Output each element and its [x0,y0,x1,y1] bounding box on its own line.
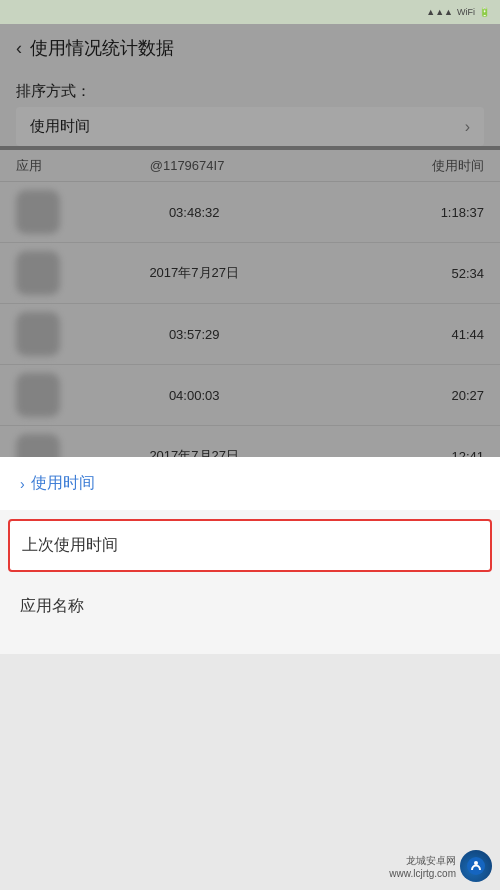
status-bar: ▲▲▲ WiFi 🔋 [0,0,500,24]
dropdown-divider-2 [0,572,500,580]
watermark-logo-icon [460,850,492,882]
dropdown-item-usage-time[interactable]: › 使用时间 [0,457,500,510]
dropdown-item-label-0: 使用时间 [31,473,95,494]
dropdown-item-app-name[interactable]: 应用名称 [0,580,500,633]
active-indicator-icon: › [20,476,25,492]
main-content-area: ‹ 使用情况统计数据 排序方式： 使用时间 › 应用 @1179674I7 使用… [0,24,500,654]
watermark-site: www.lcjrtg.com [389,868,456,879]
watermark-text: 龙城安卓网 www.lcjrtg.com [389,854,456,879]
sort-dropdown: › 使用时间 上次使用时间 应用名称 [0,457,500,654]
status-icons: ▲▲▲ WiFi 🔋 [426,7,490,17]
dropdown-item-label-2: 应用名称 [20,596,84,617]
dropdown-item-last-usage[interactable]: 上次使用时间 [8,519,492,572]
watermark-brand: 龙城安卓网 [389,854,456,868]
dropdown-item-label-1: 上次使用时间 [22,536,118,553]
watermark: 龙城安卓网 www.lcjrtg.com [389,850,492,882]
dropdown-divider [0,511,500,519]
svg-point-1 [474,861,478,865]
